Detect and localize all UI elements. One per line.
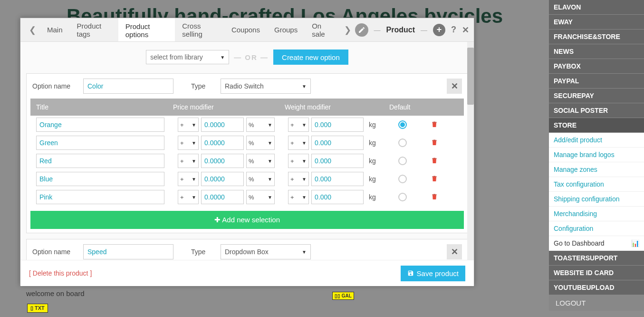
sidebar-item-securepay[interactable]: SECUREPAY [549,89,644,103]
save-icon [407,270,414,277]
sidebar-sub-tax-configuration[interactable]: Tax configuration [549,177,644,192]
tab-coupons[interactable]: Coupons [224,18,267,41]
library-select[interactable]: select from library▼ [146,50,229,64]
option-name-input[interactable] [83,244,173,259]
weight-modifier-input[interactable] [311,154,364,168]
option-type-select[interactable]: Dropdown Box▼ [221,244,311,259]
col-price: Price modifier [173,103,285,111]
row-title-input[interactable] [36,154,164,168]
option-name-input[interactable] [83,79,173,94]
sidebar-item-toastersupport[interactable]: TOASTERSUPPORT [549,251,644,266]
row-title-input[interactable] [36,118,164,132]
price-modifier-input[interactable] [201,172,244,186]
library-row: select from library▼ — OR — Create new o… [26,46,468,73]
weight-sign-select[interactable]: +▼ [288,172,309,186]
sidebar-sub-add-edit-product[interactable]: Add/edit product [549,133,644,148]
price-sign-select[interactable]: +▼ [178,136,199,150]
sidebar-item-eway[interactable]: EWAY [549,15,644,30]
price-modifier-input[interactable] [201,190,244,204]
delete-row-icon[interactable] [431,192,438,202]
option-type-label: Type [191,82,215,90]
remove-option-button[interactable]: ✕ [447,79,462,94]
product-label: Product [386,26,415,34]
weight-sign-select[interactable]: +▼ [288,136,309,150]
option-type-select[interactable]: Radio Switch▼ [221,79,311,94]
txt-badge[interactable]: ▯ TXT [27,304,48,313]
edit-icon[interactable] [355,23,368,37]
row-title-input[interactable] [36,172,164,186]
tab-product-tags[interactable]: Product tags [70,18,118,41]
tab-on-sale[interactable]: On sale [305,18,340,41]
price-unit-select[interactable]: %▼ [246,154,275,168]
delete-row-icon[interactable] [431,156,438,166]
close-icon[interactable]: ✕ [462,25,469,35]
price-sign-select[interactable]: +▼ [178,172,199,186]
sidebar-item-news[interactable]: NEWS [549,44,644,59]
modal-body: select from library▼ — OR — Create new o… [20,42,474,260]
tab-product-options[interactable]: Product options [118,18,175,41]
svg-rect-3 [432,176,436,177]
price-unit-select[interactable]: %▼ [246,190,275,204]
sidebar-item-website-id-card[interactable]: WEBSITE ID CARD [549,266,644,280]
weight-unit-label: kg [366,139,379,147]
remove-option-button[interactable]: ✕ [447,244,462,259]
price-modifier-input[interactable] [201,154,244,168]
sidebar-sub-configuration[interactable]: Configuration [549,221,644,236]
tabs-scroll-right[interactable]: ❯ [340,25,355,35]
gal-badge[interactable]: ▯▯ GAL [332,292,354,300]
price-sign-select[interactable]: +▼ [178,190,199,204]
sidebar-item-elavon[interactable]: ELAVON [549,0,644,15]
add-product-button[interactable]: + [433,24,445,36]
price-unit-select[interactable]: %▼ [246,172,275,186]
sidebar-logout[interactable]: LOGOUT [549,295,644,311]
option-name-label: Option name [32,248,77,256]
save-product-button[interactable]: Save product [401,266,465,281]
price-unit-select[interactable]: %▼ [246,118,275,132]
sidebar-item-paypal[interactable]: PAYPAL [549,74,644,89]
sidebar-item-youtubeupload[interactable]: YOUTUBEUPLOAD [549,280,644,295]
tab-cross-selling[interactable]: Cross selling [175,18,224,41]
tabs-scroll-left[interactable]: ❮ [25,25,40,35]
tab-main[interactable]: Main [40,18,70,41]
default-radio[interactable] [398,120,407,129]
sidebar-item-social-poster[interactable]: SOCIAL POSTER [549,103,644,118]
sidebar-sub-manage-brand-logos[interactable]: Manage brand logos [549,148,644,162]
weight-modifier-input[interactable] [311,136,364,150]
option-row: +▼%▼+▼kg [30,134,464,152]
price-modifier-input[interactable] [201,136,244,150]
weight-modifier-input[interactable] [311,190,364,204]
sidebar-item-store[interactable]: STORE [549,118,644,133]
sidebar-sub-dashboard[interactable]: Go to Dashboard📊 [549,236,644,251]
delete-product-link[interactable]: [ Delete this product ] [29,269,92,277]
delete-row-icon[interactable] [431,138,438,148]
delete-row-icon[interactable] [431,174,438,184]
sidebar-item-franchise-store[interactable]: FRANCHISE&STORE [549,30,644,44]
sidebar-sub-manage-zones[interactable]: Manage zones [549,162,644,177]
weight-modifier-input[interactable] [311,118,364,132]
add-selection-button[interactable]: ✚ Add new selection [30,211,464,229]
price-sign-select[interactable]: +▼ [178,118,199,132]
weight-modifier-input[interactable] [311,172,364,186]
default-radio[interactable] [398,175,407,183]
sidebar-sub-merchandising[interactable]: Merchandising [549,207,644,221]
default-radio[interactable] [398,139,407,147]
delete-row-icon[interactable] [431,120,438,130]
col-title: Title [36,103,173,111]
sidebar-sub-shipping-configuration[interactable]: Shipping configuration [549,192,644,207]
weight-sign-select[interactable]: +▼ [288,154,309,168]
create-option-button[interactable]: Create new option [273,50,348,65]
sidebar-item-paybox[interactable]: PAYBOX [549,59,644,74]
scrollbar[interactable] [467,42,474,260]
price-sign-select[interactable]: +▼ [178,154,199,168]
scrollbar-thumb[interactable] [467,48,474,105]
price-modifier-input[interactable] [201,118,244,132]
default-radio[interactable] [398,157,407,165]
default-radio[interactable] [398,193,407,201]
tab-groups[interactable]: Groups [267,18,305,41]
row-title-input[interactable] [36,136,164,150]
row-title-input[interactable] [36,190,164,204]
help-icon[interactable]: ? [451,25,456,35]
weight-sign-select[interactable]: +▼ [288,190,309,204]
price-unit-select[interactable]: %▼ [246,136,275,150]
weight-sign-select[interactable]: +▼ [288,118,309,132]
